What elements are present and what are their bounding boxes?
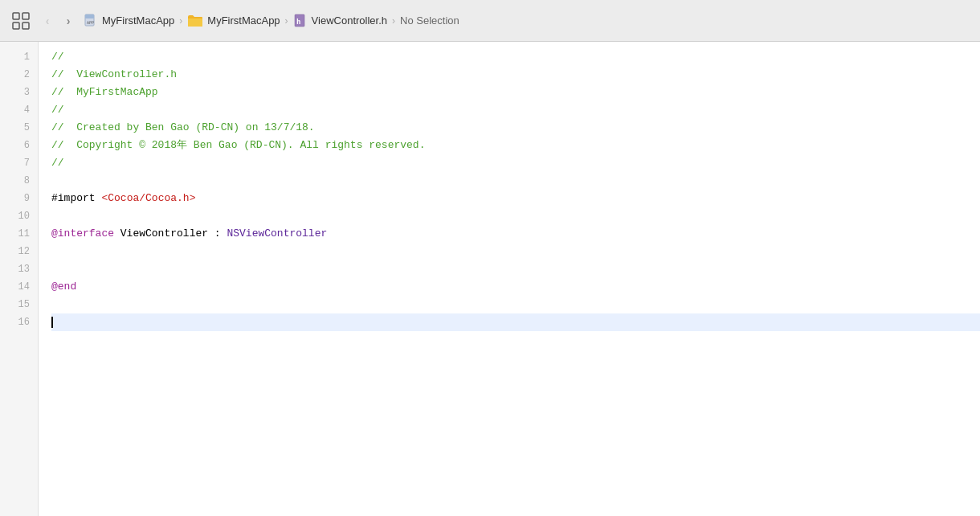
project-navigator-icon[interactable] <box>10 10 32 32</box>
code-line-7: // <box>51 154 980 172</box>
svg-rect-2 <box>13 23 19 29</box>
project-file-icon: APP <box>84 13 98 29</box>
svg-text:APP: APP <box>87 20 94 25</box>
breadcrumb-item-no-selection: No Selection <box>400 14 459 27</box>
line-num-4: 4 <box>0 101 38 119</box>
breadcrumb-item-project[interactable]: APP MyFirstMacApp <box>84 13 174 29</box>
breadcrumb-label-project: MyFirstMacApp <box>102 14 174 27</box>
code-line-1: // <box>51 48 980 66</box>
separator-2: › <box>285 15 288 27</box>
code-line-4: // <box>51 101 980 119</box>
code-line-9: #import <Cocoa/Cocoa.h> <box>51 190 980 207</box>
code-line-8 <box>51 172 980 190</box>
line-num-3: 3 <box>0 84 38 101</box>
line-num-12: 12 <box>0 243 38 260</box>
line-num-13: 13 <box>0 260 38 278</box>
line-num-14: 14 <box>0 278 38 296</box>
code-line-13 <box>51 260 980 278</box>
line-num-16: 16 <box>0 313 38 331</box>
code-line-6: // Copyright © 2018年 Ben Gao (RD-CN). Al… <box>51 137 980 154</box>
navigation-bar: ‹ › APP MyFirstMacApp › M <box>0 0 980 42</box>
breadcrumb-label-folder: MyFirstMacApp <box>207 14 280 27</box>
line-num-1: 1 <box>0 48 38 66</box>
breadcrumb-item-hfile[interactable]: h ViewController.h <box>293 13 387 29</box>
nav-arrows: ‹ › <box>39 12 77 30</box>
svg-rect-5 <box>85 14 94 18</box>
code-line-11: @interface ViewController : NSViewContro… <box>51 225 980 243</box>
line-numbers: 1 2 3 4 5 6 7 8 9 10 11 12 13 14 15 16 <box>0 42 39 516</box>
line-num-9: 9 <box>0 190 38 207</box>
svg-text:h: h <box>296 18 300 26</box>
code-line-15 <box>51 296 980 313</box>
line-num-8: 8 <box>0 172 38 190</box>
code-line-2: // ViewController.h <box>51 66 980 84</box>
line-num-5: 5 <box>0 119 38 137</box>
breadcrumb-label-hfile: ViewController.h <box>312 14 387 27</box>
code-content[interactable]: // // ViewController.h // MyFirstMacApp … <box>39 42 980 516</box>
no-selection-label: No Selection <box>400 14 459 27</box>
h-file-icon: h <box>293 13 308 29</box>
line-num-15: 15 <box>0 296 38 313</box>
breadcrumb-item-folder[interactable]: MyFirstMacApp <box>187 14 280 27</box>
code-line-3: // MyFirstMacApp <box>51 84 980 101</box>
code-editor[interactable]: 1 2 3 4 5 6 7 8 9 10 11 12 13 14 15 16 /… <box>0 42 980 516</box>
line-num-11: 11 <box>0 225 38 243</box>
folder-icon <box>187 14 203 27</box>
svg-rect-0 <box>13 13 19 19</box>
svg-rect-3 <box>22 23 29 29</box>
line-num-2: 2 <box>0 66 38 84</box>
code-line-10 <box>51 207 980 225</box>
line-num-10: 10 <box>0 207 38 225</box>
code-line-12 <box>51 243 980 260</box>
forward-button[interactable]: › <box>59 12 77 30</box>
separator-3: › <box>392 15 395 27</box>
separator-1: › <box>179 15 182 27</box>
code-line-14: @end <box>51 278 980 296</box>
back-button[interactable]: ‹ <box>39 12 56 30</box>
breadcrumb: APP MyFirstMacApp › MyFirstMacApp › h <box>84 13 459 29</box>
line-num-7: 7 <box>0 154 38 172</box>
code-line-5: // Created by Ben Gao (RD-CN) on 13/7/18… <box>51 119 980 137</box>
text-cursor <box>51 317 53 328</box>
svg-rect-1 <box>22 13 29 19</box>
line-num-6: 6 <box>0 137 38 154</box>
code-line-16 <box>51 313 980 331</box>
